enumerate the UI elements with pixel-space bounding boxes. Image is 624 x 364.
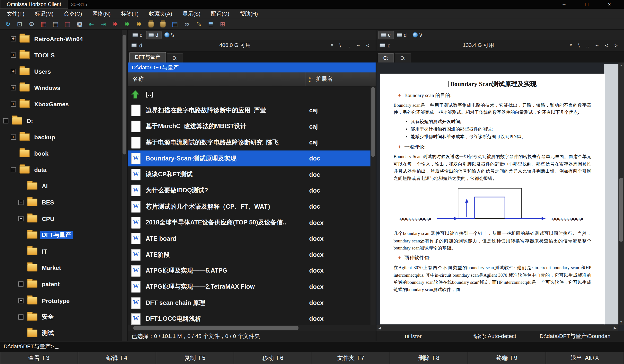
- tree-item-7[interactable]: book: [0, 145, 122, 161]
- menu-item-3[interactable]: 网络(N): [87, 8, 116, 19]
- right-drive-button-c[interactable]: c: [379, 31, 393, 39]
- tree-item-2[interactable]: +Users: [0, 63, 122, 80]
- scroll-left-icon[interactable]: ◀: [378, 326, 381, 330]
- column-header-name[interactable]: 名称: [128, 73, 306, 86]
- scroll-right-icon[interactable]: ▶: [614, 326, 616, 330]
- preview-scrollbar[interactable]: ▲ ▼: [618, 62, 624, 325]
- refresh-icon[interactable]: ↻: [2, 20, 13, 29]
- fn-button-f5[interactable]: 复制F5: [156, 352, 234, 364]
- menu-item-6[interactable]: 显示(S): [178, 8, 206, 19]
- right-drive-button-d[interactable]: d: [394, 31, 409, 39]
- file-list-hscrollbar[interactable]: [128, 325, 376, 331]
- collapse-icon[interactable]: -: [11, 167, 16, 172]
- lister-encoding[interactable]: 编码: Auto-detect: [450, 333, 539, 340]
- edit-file-icon[interactable]: ▤: [169, 20, 180, 29]
- history-back-icon[interactable]: ⇤: [86, 20, 97, 29]
- menu-item-4[interactable]: 标签(T): [116, 8, 144, 19]
- file-row-11[interactable]: WATPG原理及实现——5.ATPGdocx: [128, 263, 370, 279]
- file-row-6[interactable]: W为什么要做IDDQ测试?doc: [128, 182, 370, 199]
- compare-dirs-icon[interactable]: ✱: [110, 20, 121, 29]
- fn-button-f8[interactable]: 删除F8: [390, 352, 468, 364]
- settings-gear-icon[interactable]: ⚙: [26, 20, 37, 29]
- scroll-up-icon[interactable]: ▲: [618, 64, 624, 67]
- left-nav-button-0[interactable]: *: [328, 42, 336, 48]
- tree-item-5[interactable]: -D:: [0, 112, 122, 129]
- client-title-chip[interactable]: Omnissa Horizon Client: [0, 0, 68, 9]
- scroll-down-icon[interactable]: ▼: [618, 320, 624, 324]
- tree-item-14[interactable]: Market: [0, 260, 122, 276]
- right-nav-button-4[interactable]: <: [602, 42, 611, 48]
- right-nav-button-1[interactable]: \: [575, 42, 583, 48]
- mark-files-icon[interactable]: ✱: [134, 20, 144, 29]
- minimize-button[interactable]: –: [553, 0, 575, 9]
- tree-item-3[interactable]: +Windows: [0, 80, 122, 96]
- tree-item-17[interactable]: +安全: [0, 309, 122, 325]
- file-row-5[interactable]: W谈谈CP和FT测试doc: [128, 167, 370, 182]
- expand-icon[interactable]: +: [18, 216, 23, 221]
- left-network-button[interactable]: \\: [162, 31, 177, 39]
- right-nav-button-3[interactable]: ~: [592, 42, 602, 48]
- edit-notes-icon[interactable]: ✎: [193, 20, 204, 29]
- file-row-13[interactable]: WDFT scan chain 原理docx: [128, 295, 370, 311]
- tree-item-4[interactable]: +XboxGames: [0, 96, 122, 112]
- tree-item-1[interactable]: +TOOLS: [0, 47, 122, 63]
- tree-item-6[interactable]: +backup: [0, 129, 122, 145]
- file-row-14[interactable]: WDFT1.OCC电路浅析docx: [128, 311, 370, 325]
- menu-item-7[interactable]: 配置(O): [206, 8, 234, 19]
- tree-item-18[interactable]: 测试: [0, 325, 122, 341]
- column-header-ext[interactable]: az ↑ 扩展名: [306, 73, 376, 86]
- file-row-1[interactable]: 边界扫描在数字电路故障诊断中的应用_严莹caj: [128, 102, 370, 118]
- full-view-icon[interactable]: ▥: [62, 20, 73, 29]
- file-row-4[interactable]: WBoundary-Scan-测试原理及实现doc: [128, 151, 370, 167]
- tree-item-13[interactable]: IT: [0, 243, 122, 260]
- left-drive-button-c[interactable]: c: [130, 31, 145, 39]
- fn-button-alt-x[interactable]: 退出Alt+X: [546, 352, 624, 364]
- file-row-9[interactable]: WATE boarddocx: [128, 231, 370, 247]
- file-list-scrollbar-thumb[interactable]: [371, 87, 375, 157]
- menu-item-5[interactable]: 收藏夹(A): [144, 8, 177, 19]
- tree-scrollbar[interactable]: [122, 30, 127, 341]
- fn-button-f3[interactable]: 查看F3: [0, 352, 78, 364]
- capture-icon[interactable]: ⊞: [217, 20, 228, 29]
- file-row-7[interactable]: W芯片测试的几个术语及解释（CP、FT、WAT）doc: [128, 199, 370, 215]
- right-network-button[interactable]: \\: [411, 31, 425, 39]
- menu-item-0[interactable]: 文件(F): [2, 8, 30, 19]
- right-nav-button-2[interactable]: ..: [583, 42, 592, 48]
- left-drive-button-d[interactable]: d: [146, 31, 161, 39]
- left-tab-1[interactable]: D:: [167, 53, 183, 62]
- right-nav-button-5[interactable]: >: [611, 42, 621, 48]
- left-nav-button-4[interactable]: <: [363, 42, 372, 48]
- pack-files-icon[interactable]: [146, 20, 156, 29]
- right-tab-1[interactable]: D:: [395, 53, 411, 62]
- menu-item-8[interactable]: 帮助(H): [234, 8, 263, 19]
- tree-item-12[interactable]: DFT与量产: [0, 227, 122, 243]
- tree-item-11[interactable]: +CPU: [0, 210, 122, 227]
- remote-desktop-icon[interactable]: ⊡: [14, 20, 25, 29]
- fn-button-f9[interactable]: 终端F9: [468, 352, 546, 364]
- left-nav-button-3[interactable]: ~: [353, 42, 363, 48]
- tree-item-10[interactable]: +BES: [0, 194, 122, 210]
- file-list-scrollbar[interactable]: [370, 86, 376, 325]
- tree-item-15[interactable]: +patent: [0, 276, 122, 292]
- tree-item-0[interactable]: +RetroArch-Win64: [0, 31, 122, 47]
- expand-icon[interactable]: +: [18, 298, 23, 303]
- fn-button-f7[interactable]: 文件夹F7: [312, 352, 390, 364]
- file-row-3[interactable]: 基于电源电流测试的数字电路故障诊断研究_陈飞caj: [128, 134, 370, 151]
- menu-item-2[interactable]: 命令(C): [59, 8, 87, 19]
- expand-icon[interactable]: +: [11, 85, 16, 90]
- unpack-files-icon[interactable]: [157, 20, 168, 29]
- expand-icon[interactable]: +: [11, 102, 16, 107]
- tree-scrollbar-thumb[interactable]: [123, 35, 126, 155]
- history-forward-icon[interactable]: ⇥: [98, 20, 109, 29]
- close-button[interactable]: ×: [598, 0, 621, 9]
- tree-item-8[interactable]: -data: [0, 161, 122, 178]
- maximize-button[interactable]: □: [575, 0, 598, 9]
- preview-hscrollbar[interactable]: ◀ ▶: [377, 325, 618, 331]
- menu-item-1[interactable]: 标记(M): [30, 8, 59, 19]
- expand-icon[interactable]: +: [18, 200, 23, 205]
- preview-scrollbar-thumb[interactable]: [619, 178, 623, 242]
- left-path-bar[interactable]: D:\data\DFT与量产: [128, 62, 376, 73]
- file-list-icon[interactable]: ≣: [206, 20, 216, 29]
- expand-icon[interactable]: +: [11, 134, 16, 140]
- search-files-icon[interactable]: ∞: [181, 20, 192, 29]
